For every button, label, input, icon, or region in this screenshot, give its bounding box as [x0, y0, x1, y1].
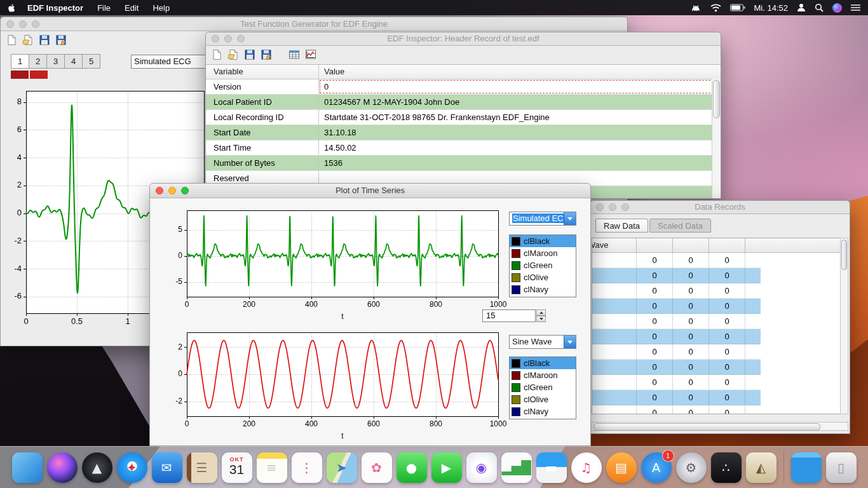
variable-cell[interactable]: Version [206, 79, 319, 94]
data-cell[interactable]: 0 [709, 299, 745, 313]
save-button[interactable] [243, 48, 257, 62]
close-button[interactable] [212, 35, 219, 43]
data-cell[interactable]: 0 [673, 268, 709, 283]
close-button[interactable] [156, 187, 163, 194]
app-menu-title[interactable]: EDF Inspector [27, 3, 83, 13]
data-cell[interactable]: 0 [637, 405, 673, 414]
data-cell[interactable]: 0 [709, 283, 745, 298]
column-header[interactable] [637, 238, 673, 252]
header-record-row[interactable]: Local Recording IDStartdate 31-OCT-2018 … [206, 110, 721, 125]
header-record-row[interactable]: Number of Bytes1536 [206, 156, 721, 171]
save-button[interactable] [37, 33, 51, 47]
minimize-button[interactable] [168, 187, 176, 194]
value-cell[interactable]: Startdate 31-OCT-2018 98765 Dr. Frankens… [319, 110, 721, 125]
data-cell[interactable]: 0 [709, 268, 745, 283]
data-record-row[interactable]: 000 [592, 390, 761, 405]
scrollbar-thumb[interactable] [713, 80, 720, 118]
generator-titlebar[interactable]: Test Function Generator for EDF Engine [1, 17, 627, 31]
siri-icon[interactable] [832, 3, 842, 13]
color-option-clblack[interactable]: clBlack [510, 357, 576, 369]
data-cell[interactable]: 0 [673, 375, 709, 390]
dock-icon-downloads-folder[interactable] [791, 452, 822, 483]
new-file-button[interactable] [210, 48, 224, 62]
plot-window-titlebar[interactable]: Plot of Time Series [150, 184, 590, 198]
data-cell[interactable]: 0 [709, 390, 745, 405]
data-cell[interactable]: 0 [709, 360, 745, 374]
column-header[interactable] [709, 238, 745, 252]
variable-cell[interactable]: Start Date [206, 125, 319, 140]
animal-icon[interactable] [690, 4, 702, 12]
color-option-clnavy[interactable]: clNavy [510, 283, 576, 295]
minimize-button[interactable] [609, 203, 616, 211]
data-record-row[interactable]: 000 [592, 405, 761, 414]
close-button[interactable] [6, 20, 14, 28]
header-record-row[interactable]: Start Date31.10.18 [206, 125, 721, 140]
dock-icon-photo-booth[interactable]: ◉ [466, 452, 497, 483]
color-option-clolive[interactable]: clOlive [510, 271, 576, 283]
value-cell[interactable]: 14.50.02 [319, 140, 721, 155]
dock-icon-books[interactable]: ▤ [606, 452, 637, 483]
data-cell[interactable]: 0 [709, 344, 745, 359]
dock-icon-itunes[interactable]: ♫ [571, 452, 602, 483]
value-cell[interactable]: 1536 [319, 156, 721, 170]
data-cell[interactable]: 0 [709, 314, 745, 329]
data-cell[interactable]: 0 [637, 375, 673, 390]
data-cell[interactable]: 0 [673, 405, 709, 414]
open-file-button[interactable] [226, 48, 240, 62]
tab-channel-4[interactable]: 4 [65, 54, 83, 69]
data-cell[interactable]: 0 [673, 390, 709, 405]
menu-clock[interactable]: Mi. 14:52 [754, 3, 788, 13]
data-record-row[interactable]: 000 [592, 314, 761, 329]
data-cell[interactable] [592, 329, 637, 344]
dock-icon-calendar[interactable]: OKT31 [222, 452, 252, 483]
color-list-bottom[interactable]: clBlackclMaroonclGreenclOliveclNavy [509, 356, 576, 419]
data-record-row[interactable]: 000 [592, 360, 761, 375]
tab-channel-5[interactable]: 5 [83, 54, 100, 69]
dock-icon-photos[interactable]: ✿ [362, 452, 392, 483]
spinner-value[interactable]: 15 [482, 309, 536, 322]
tab-channel-1[interactable]: 1 [11, 54, 29, 69]
export-button[interactable] [54, 33, 68, 47]
color-option-clblack[interactable]: clBlack [510, 235, 576, 247]
new-file-button[interactable] [4, 33, 18, 47]
tab-scaled-data[interactable]: Scaled Data [649, 219, 711, 233]
column-header-variable[interactable]: Variable [206, 65, 319, 79]
data-cell[interactable]: 0 [673, 314, 709, 329]
data-cell[interactable]: 0 [637, 329, 673, 344]
data-cell[interactable] [592, 314, 637, 329]
menu-file[interactable]: File [97, 3, 111, 13]
dock-icon-messages[interactable]: ● [397, 452, 427, 483]
header-table-scrollbar[interactable] [712, 79, 721, 198]
data-cell[interactable] [592, 405, 637, 414]
data-cell[interactable] [592, 360, 637, 374]
data-cell[interactable]: 0 [637, 283, 673, 298]
value-cell[interactable]: 01234567 M 12-MAY-1904 John Doe [319, 95, 721, 109]
dock-icon-app-store[interactable]: A1 [641, 452, 672, 483]
data-record-row[interactable]: 000 [592, 344, 761, 360]
battery-icon[interactable] [730, 4, 745, 11]
data-records-vscrollbar[interactable] [840, 238, 848, 414]
save-as-button[interactable] [259, 48, 273, 62]
color-option-clgreen[interactable]: clGreen [510, 259, 576, 271]
menu-help[interactable]: Help [153, 3, 170, 13]
minimize-button[interactable] [224, 35, 232, 43]
data-cell[interactable]: 0 [673, 283, 709, 298]
sample-count-spinner[interactable]: 15 [482, 309, 546, 322]
data-cell[interactable]: 0 [673, 299, 709, 313]
value-cell[interactable]: 0 [319, 79, 721, 94]
dock-icon-facetime[interactable]: ▶ [431, 452, 462, 483]
data-cell[interactable] [592, 344, 637, 359]
top-series-select[interactable]: Simulated ECG [509, 212, 576, 226]
menu-edit[interactable]: Edit [125, 3, 139, 13]
bottom-series-select[interactable]: Sine Wave [509, 335, 576, 349]
scrollbar-thumb[interactable] [593, 423, 820, 431]
chart-view-button[interactable] [304, 48, 318, 62]
zoom-button[interactable] [181, 187, 189, 194]
data-record-row[interactable]: 000 [592, 283, 761, 299]
close-button[interactable] [596, 203, 604, 211]
dock-icon-charts-app[interactable]: ▂▅█ [501, 452, 532, 483]
dock-icon-finder[interactable] [12, 452, 43, 483]
data-cell[interactable]: 0 [709, 329, 745, 344]
data-cell[interactable] [592, 268, 637, 283]
scrollbar-thumb[interactable] [841, 240, 847, 270]
